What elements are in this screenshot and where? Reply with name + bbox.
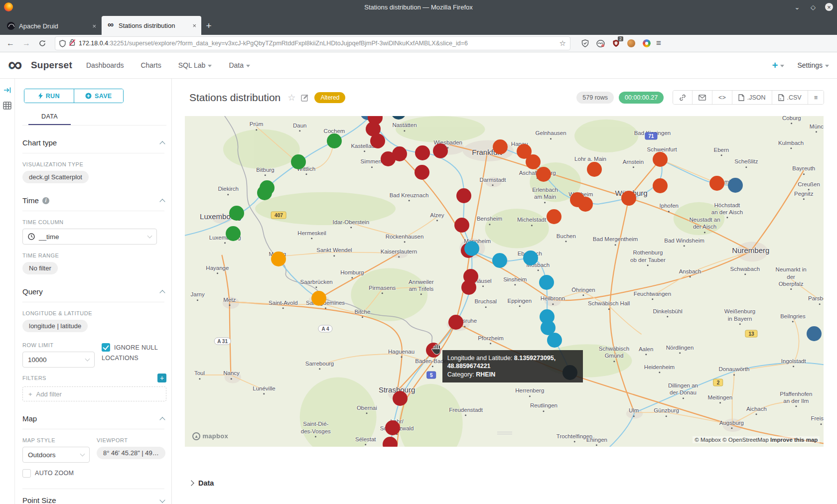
visualization-type-pill[interactable]: deck.gl Scatterplot [22,171,89,183]
section-map[interactable]: Map [22,414,164,423]
section-query[interactable]: Query [22,287,164,296]
new-tab-button[interactable]: + [201,17,216,35]
section-time[interactable]: Timei [22,196,164,205]
cookie-extension-icon[interactable] [627,39,636,48]
map-data-point[interactable] [433,143,448,158]
map-data-point[interactable] [226,226,241,241]
map-data-point[interactable] [454,218,469,233]
add-filter-plus-button[interactable]: + [157,374,166,382]
chart-menu-button[interactable]: ≡ [808,91,824,104]
tab-close-icon[interactable]: × [192,22,196,29]
time-column-select[interactable]: __time [22,229,157,245]
map-data-point[interactable] [653,152,668,167]
map-data-point[interactable] [547,333,562,348]
map-data-point[interactable] [327,133,342,148]
settings-menu[interactable]: Settings [797,61,829,69]
map-data-point[interactable] [370,133,385,148]
new-item-button[interactable]: + [772,60,785,71]
map-data-point[interactable] [393,391,408,406]
deckgl-scatterplot-map[interactable]: PrümDaunCochemNastättenGelnhausenHanauBa… [185,116,824,447]
map-data-point[interactable] [539,275,554,290]
bookmark-star-icon[interactable]: ☆ [559,39,566,48]
map-data-point[interactable] [461,280,476,295]
map-data-point[interactable] [492,253,507,268]
data-panel-header[interactable]: Data [172,472,837,487]
map-data-point[interactable] [578,197,593,212]
window-maximize-button[interactable]: ◇ [809,3,817,11]
row-limit-select[interactable]: 10000 [22,352,95,368]
window-close-button[interactable]: × [825,3,833,11]
tab-close-icon[interactable]: × [92,22,96,30]
panel-resize-handle[interactable] [497,430,512,436]
map-data-point[interactable] [493,139,508,154]
url-text[interactable]: 172.18.0.4:32251/superset/explore/?form_… [79,40,556,47]
save-button[interactable]: SAVE [74,89,124,103]
tab-stations-distribution[interactable]: ∞ Stations distribution × [102,16,201,35]
time-range-pill[interactable]: No filter [22,262,58,274]
section-chart-type[interactable]: Chart type [22,138,164,147]
nav-item-dashboards[interactable]: Dashboards [86,61,124,69]
tab-data[interactable]: DATA [28,110,71,125]
map-data-point[interactable] [536,167,551,182]
longitude-latitude-pill[interactable]: longitude | latitude [22,320,88,332]
mapbox-logo[interactable]: ▲mapbox [192,432,228,440]
auto-zoom-checkbox[interactable]: AUTO ZOOM [22,469,90,478]
tab-apache-druid[interactable]: Apache Druid × [2,17,102,35]
email-button[interactable] [693,91,712,104]
edit-title-icon[interactable] [301,94,309,102]
checkbox-checked-icon[interactable] [102,343,110,352]
embed-code-button[interactable]: <> [712,91,732,104]
pocket-shield-icon[interactable] [580,39,589,48]
map-data-point[interactable] [621,191,636,206]
checkbox-unchecked-icon[interactable] [22,469,31,478]
map-data-point[interactable] [526,154,541,169]
url-bar[interactable]: 172.18.0.4:32251/superset/explore/?form_… [55,36,570,50]
map-data-point[interactable] [392,146,407,161]
map-data-point[interactable] [523,251,538,265]
map-data-point[interactable] [415,165,429,180]
map-data-point[interactable] [448,315,463,330]
map-style-select[interactable]: Outdoors [22,447,90,463]
favorite-star-icon[interactable]: ☆ [287,92,295,103]
superset-logo[interactable]: ∞∞ Superset [8,58,72,73]
map-data-point[interactable] [547,209,561,224]
forward-button[interactable]: → [20,37,33,50]
map-data-point[interactable] [415,145,430,160]
copy-link-button[interactable] [673,91,693,104]
browser-menu-button[interactable]: ≡ [656,38,661,48]
map-data-point[interactable] [385,420,400,435]
map-data-point[interactable] [291,154,306,169]
section-point-size[interactable]: Point Size [22,496,164,504]
map-data-point[interactable] [257,185,272,200]
back-button[interactable]: ← [4,37,17,50]
export-csv-button[interactable]: x.CSV [772,91,808,104]
dataset-grid-icon[interactable] [3,102,11,110]
map-data-point[interactable] [311,291,326,306]
shield-permissions-icon[interactable] [59,40,66,47]
run-button[interactable]: RUN [24,89,74,103]
expand-panel-icon[interactable] [3,87,11,94]
map-data-point[interactable] [587,162,602,177]
privacy-mask-icon[interactable] [596,39,605,48]
map-data-point[interactable] [229,206,244,221]
window-minimize-button[interactable]: ⌄ [793,3,801,11]
ublock-icon[interactable]: 2 [611,39,620,48]
ignore-null-checkbox[interactable]: IGNORE NULL [102,343,166,352]
map-data-point[interactable] [728,178,743,193]
improve-map-link[interactable]: Improve this map [770,437,818,443]
nav-item-sql-lab[interactable]: SQL Lab [178,61,212,69]
map-data-point[interactable] [456,188,471,203]
insecure-lock-icon[interactable] [69,39,75,48]
nav-item-charts[interactable]: Charts [140,61,161,69]
map-data-point[interactable] [464,241,479,256]
map-data-point[interactable] [709,176,724,191]
map-data-point[interactable] [807,326,822,341]
nav-item-data[interactable]: Data [229,61,250,69]
reload-button[interactable] [36,37,49,50]
colorful-extension-icon[interactable] [642,39,651,48]
add-filter-field[interactable]: +Add filter [22,386,166,401]
export-json-button[interactable]: .JSON [732,91,772,104]
map-data-point[interactable] [271,252,286,266]
map-data-point[interactable] [653,178,668,193]
viewport-pill[interactable]: 8° 46' 45.28" | 49… [97,447,165,459]
